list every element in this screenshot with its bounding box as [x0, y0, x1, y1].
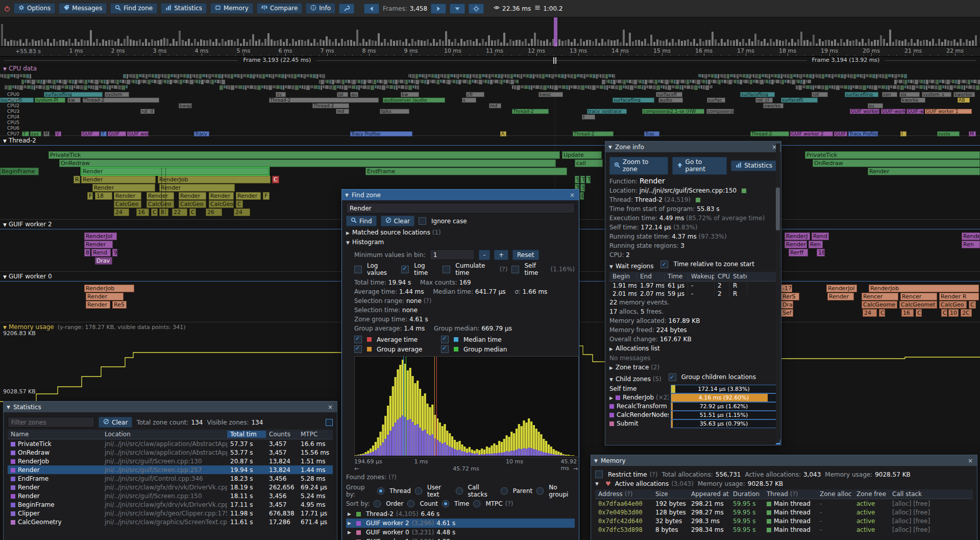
clear-filter-button[interactable]: Clear [99, 417, 132, 428]
timeline-zone[interactable]: composer@2.1-se (HW [642, 109, 704, 114]
radio[interactable] [374, 500, 381, 507]
timeline-zone[interactable]: system [105, 92, 129, 97]
timeline-zone[interactable]: t [582, 114, 595, 120]
timeline-zone[interactable]: rot [812, 92, 828, 97]
next-frame-button[interactable] [431, 4, 446, 14]
statistics-titlebar[interactable]: ▼ Statistics × [4, 402, 337, 412]
timeline-zone[interactable]: Render [146, 192, 174, 200]
timeline-zone[interactable]: RenderJob [158, 176, 271, 183]
prev-frame-button[interactable] [364, 4, 379, 14]
column-header-mtpc[interactable]: MTPC [298, 431, 331, 438]
timeline-zone[interactable]: Rerff [789, 249, 808, 256]
timeline-zone[interactable]: S [580, 184, 585, 192]
scrollbar[interactable] [776, 144, 780, 443]
timeline-zone[interactable]: md [489, 103, 501, 108]
timeline-zone[interactable]: F [87, 192, 93, 200]
zone-group-row[interactable]: ▶GUIF worker 1(3,192)4.39 s [346, 537, 575, 540]
timeline-zone[interactable]: GUIF worker 1 [925, 109, 972, 114]
checkbox[interactable] [660, 261, 668, 268]
timeline-zone[interactable]: 10 [948, 309, 959, 317]
table-row[interactable]: Renderjni/../jni/src/guif/Screen.cpp:257… [8, 465, 333, 474]
table-row[interactable]: EndFramejni/../jni/src/guif/Control.cpp:… [8, 474, 333, 483]
timeline-zone[interactable]: PrivateTick [48, 151, 560, 159]
timeline-zone[interactable]: V [55, 131, 61, 136]
timeline-zone[interactable]: Render [827, 293, 854, 300]
checkbox[interactable] [511, 266, 519, 273]
child-zone-row[interactable]: ▶RenderJob (×2)4.16 ms (92.60%) [609, 393, 777, 402]
timeline-zone[interactable]: Sef [781, 309, 793, 317]
timeline-zone[interactable]: T [22, 131, 29, 136]
timeline-zone[interactable]: CalcGeo [939, 301, 967, 309]
timeline-zone[interactable]: Render [236, 192, 261, 200]
close-icon[interactable]: × [327, 404, 334, 411]
timeline-zone[interactable]: CalcGeo [146, 200, 174, 208]
column-header-appeared-at[interactable]: Appeared at [688, 490, 730, 498]
timeline-zone[interactable]: Render [209, 192, 234, 200]
timeline-zone[interactable]: 26 [206, 208, 222, 216]
timeline-zone[interactable]: lgiks [380, 109, 409, 114]
timeline-zone[interactable]: Render R [939, 293, 979, 300]
timeline-zone[interactable]: surfacefling [612, 98, 654, 103]
timeline-zone[interactable]: Render [86, 301, 110, 309]
timeline-zone[interactable]: tracy_systrace [587, 109, 627, 114]
timeline-zone[interactable]: syste [937, 131, 960, 136]
histogram-section-row[interactable]: ▼Histogram [346, 238, 575, 247]
timeline-zone[interactable]: GUIF [81, 131, 100, 136]
timeline-zone[interactable]: 9 [112, 249, 117, 256]
radio-item[interactable]: Count [407, 500, 438, 507]
radio-item[interactable]: Parent [501, 487, 532, 495]
checkbox[interactable] [419, 217, 426, 225]
memory-button[interactable]: Memory [210, 3, 253, 14]
timeline-zone[interactable]: sy [276, 92, 286, 97]
timeline-zone[interactable]: CalcGeo [179, 200, 206, 208]
filter-zones-input[interactable] [8, 417, 94, 428]
child-zone-row[interactable]: CalcRenderNodes 51.51 μs (1.15%) [609, 411, 777, 419]
timeline-zone[interactable]: C [189, 208, 196, 216]
table-row[interactable]: BeginFramejni/../jni/src/claw/gfx/drv/vk… [8, 500, 333, 509]
log-time-checkbox[interactable]: Log time [401, 262, 438, 276]
restrict-time-checkbox[interactable]: Restrict time(?) [595, 471, 657, 478]
radio-item[interactable]: Order [374, 500, 403, 507]
checkbox[interactable] [401, 266, 409, 273]
timeline-zone[interactable]: 8 [159, 208, 168, 216]
decrease-bin-button[interactable]: - [479, 250, 490, 260]
timeline-zone[interactable]: Render [868, 168, 980, 175]
wait-region-row[interactable]: 2.01 ms2.07 ms59 μs-2R [609, 290, 777, 298]
timeline-zone[interactable]: RerS [781, 293, 799, 300]
radio-item[interactable]: Thread [377, 487, 411, 495]
timeline-zone[interactable]: OnRedraw [59, 159, 556, 167]
allocation-row[interactable]: 0x7dfc53d8988 bytes298.34 ms59.95 sMain … [595, 525, 973, 534]
timeline-zone[interactable]: Thread-2 [750, 131, 789, 136]
zone-group-row[interactable]: ▶GUIF worker 2(3,296)4.61 s [346, 519, 575, 528]
messages-button[interactable]: Messages [59, 3, 107, 14]
find-zone-button[interactable]: Find zone [110, 3, 157, 14]
section-header-guif-worker-2[interactable]: ▼GUIF worker 2 [3, 221, 52, 228]
column-header-state[interactable]: State [730, 273, 747, 280]
timeline-zone[interactable]: Render [81, 176, 156, 183]
timeline-zone[interactable]: BeginFrame [0, 168, 39, 175]
increase-bin-button[interactable]: + [494, 250, 508, 260]
timeline-zone[interactable]: audio [658, 98, 683, 103]
timeline-zone[interactable]: GUIF-work [881, 109, 905, 114]
timeline-zone[interactable]: A [500, 131, 506, 136]
timeline-zone[interactable]: surfacefling [740, 92, 775, 97]
timeline-zone[interactable]: surfacefl [656, 92, 682, 97]
timeline-zone[interactable]: Rend [812, 232, 829, 240]
timeline-zone[interactable]: Ren [962, 241, 980, 248]
timeline-zone[interactable]: M [969, 131, 976, 136]
radio[interactable] [442, 500, 449, 507]
timeline-zone[interactable]: Tracy Profiler [350, 131, 412, 136]
timeline-zone[interactable]: S [575, 176, 579, 183]
timeline-zone[interactable]: Ren [808, 241, 823, 248]
timeline-zone[interactable]: Thread-2 [512, 109, 549, 114]
timeline-zone[interactable]: EndFrame [365, 168, 567, 175]
radio[interactable] [456, 487, 463, 495]
timeline-zone[interactable]: sis [899, 92, 920, 97]
timeline-zone[interactable]: RenderJol [826, 285, 857, 292]
timeline-zone[interactable]: C [151, 208, 158, 216]
column-header-size[interactable]: Size [652, 490, 688, 498]
table-row[interactable]: Renderjni/../jni/src/guif/Screen.cpp:150… [8, 491, 333, 500]
zone-group-row[interactable]: ▶Thread-2(4,105)6.46 s [346, 509, 575, 519]
timeline-zone[interactable]: RenderJ [785, 232, 810, 240]
limit-view-checkbox[interactable] [326, 419, 333, 426]
